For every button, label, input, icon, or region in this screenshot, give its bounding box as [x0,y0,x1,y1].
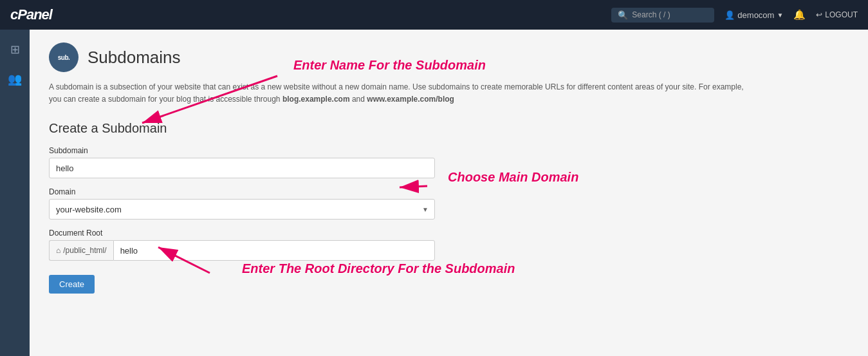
page-header: sub. Subdomains [49,42,849,72]
form-section-title: Create a Subdomain [49,121,499,136]
doc-root-input-group: ⌂ /public_html/ [49,240,435,261]
document-root-group: Document Root ⌂ /public_html/ [49,229,499,261]
brand-c: c [10,6,17,23]
logout-label: LOGOUT [825,10,858,19]
username-label: democom [737,10,774,20]
domain-select-wrapper: your-website.com [49,199,435,220]
brand-panel: Panel [17,6,52,23]
document-root-input[interactable] [113,240,435,261]
content-area: sub. Subdomains A subdomain is a subsect… [30,30,868,356]
search-icon: 🔍 [618,10,628,20]
sidebar-icon-users[interactable]: 👥 [3,67,27,91]
domain-select[interactable]: your-website.com [49,199,435,220]
description-bold-1: blog.example.com [282,95,350,104]
doc-root-prefix: ⌂ /public_html/ [49,240,113,261]
sidebar: ⊞ 👥 [0,30,30,356]
user-menu[interactable]: 👤 democom ▼ [725,10,783,20]
subdomain-label: Subdomain [49,146,499,155]
main-layout: ⊞ 👥 sub. Subdomains A subdomain is a sub… [0,30,868,356]
notifications-bell[interactable]: 🔔 [793,9,806,21]
home-icon: ⌂ [56,246,60,255]
page-icon-badge: sub. [49,42,78,72]
logout-icon: ↩ [816,10,822,19]
page-description: A subdomain is a subsection of your webs… [49,81,757,106]
create-button[interactable]: Create [49,275,95,294]
subdomain-input[interactable] [49,158,435,178]
description-middle: and [350,95,367,104]
domain-label: Domain [49,187,499,196]
navbar-left: cPanel [10,6,52,23]
search-bar[interactable]: 🔍 Search ( / ) [611,8,714,23]
doc-root-prefix-text: /public_html/ [63,246,106,255]
brand-logo[interactable]: cPanel [10,6,52,23]
sidebar-icon-grid[interactable]: ⊞ [5,37,25,62]
description-bold-2: www.example.com/blog [367,95,454,104]
search-placeholder-text: Search ( / ) [632,10,670,19]
navbar-right: 🔍 Search ( / ) 👤 democom ▼ 🔔 ↩ LOGOUT [611,8,858,23]
document-root-label: Document Root [49,229,499,238]
logout-button[interactable]: ↩ LOGOUT [816,10,858,19]
navbar: cPanel 🔍 Search ( / ) 👤 democom ▼ 🔔 ↩ LO… [0,0,868,30]
subdomain-group: Subdomain [49,146,499,178]
user-icon: 👤 [725,10,735,20]
chevron-down-icon: ▼ [777,12,783,19]
page-title: Subdomains [88,48,181,68]
domain-group: Domain your-website.com [49,187,499,220]
create-subdomain-form: Create a Subdomain Subdomain Domain your… [49,121,499,294]
